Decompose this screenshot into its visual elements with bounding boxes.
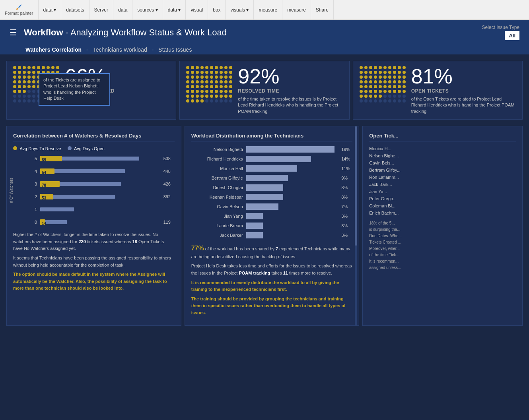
dot-cell <box>56 66 59 69</box>
dot-cell <box>200 99 204 103</box>
dot-cell <box>13 80 16 83</box>
dot-cell <box>224 80 228 83</box>
watchers-bar-value-right: 119 <box>163 220 175 225</box>
format-painter-label: Format painter <box>5 11 33 15</box>
dot-cell <box>32 85 35 88</box>
box-btn[interactable]: box <box>208 0 226 19</box>
dot-cell <box>220 90 223 93</box>
dot-cell <box>23 95 26 98</box>
dot-cell <box>403 66 406 69</box>
measure-label: measure <box>259 7 277 13</box>
dot-cell <box>196 95 199 98</box>
dot-cell <box>360 80 363 83</box>
dot-cell <box>191 66 194 69</box>
open-tickets-name-item: Bertram Gilfoy... <box>369 168 516 172</box>
measure2-btn[interactable]: measure <box>282 0 311 19</box>
open-tickets-name-item: Jian Ya... <box>369 189 516 194</box>
dot-cell <box>364 71 368 74</box>
dot-cell <box>205 75 208 79</box>
dot-cell <box>224 95 228 98</box>
dot-cell <box>13 90 16 93</box>
nav-status-issues[interactable]: Status Issues <box>158 46 192 53</box>
box-label: box <box>213 7 220 13</box>
dot-cell <box>186 95 189 98</box>
select-issue-button[interactable]: All <box>505 31 519 40</box>
legend-label-resolve: Avg Days To Resolve <box>19 146 61 151</box>
stat-info-3: 81% Open Tickets of the Open Tickets are… <box>411 66 516 114</box>
data2-btn[interactable]: data <box>113 0 132 19</box>
stat-card-open-tickets: 81% Open Tickets of the Open Tickets are… <box>353 61 523 120</box>
visual-btn[interactable]: visual <box>186 0 208 19</box>
dot-cell <box>379 95 382 98</box>
server-label: Server <box>94 7 108 13</box>
dot-cell <box>220 80 223 83</box>
stat-card-resolved-time: 92% Resolved Time of the time taken to r… <box>179 61 349 120</box>
watchers-bar-value-right: 426 <box>163 182 175 186</box>
stat-pct-2: 92% <box>238 66 342 87</box>
workload-bar-row: Jian Yang3% <box>191 213 353 219</box>
sources-btn[interactable]: sources ▾ <box>132 0 163 19</box>
dot-cell <box>215 95 218 98</box>
dot-cell <box>388 85 391 88</box>
measure-btn[interactable]: measure <box>254 0 282 19</box>
format-painter-btn[interactable]: 🖌️ Format painter <box>0 0 39 19</box>
dot-cell <box>403 90 406 93</box>
hamburger-icon[interactable]: ☰ <box>10 28 17 37</box>
stat-desc-3: of the Open Tickets are related to Proje… <box>411 96 516 114</box>
queries-btn[interactable]: data ▾ <box>163 0 186 19</box>
workload-bar-track <box>246 165 339 172</box>
data2-label: data <box>118 7 127 13</box>
workload-chart-title: Workload Distribution among the Technici… <box>191 133 353 141</box>
dot-cell <box>18 71 21 74</box>
dot-cell <box>191 80 194 83</box>
data-dropdown-btn[interactable]: data ▾ <box>39 0 62 19</box>
dot-cell <box>224 99 228 103</box>
share-btn[interactable]: Share <box>311 0 334 19</box>
dot-cell <box>403 80 406 83</box>
nav-technicians-workload[interactable]: Technicians Workload <box>93 46 147 53</box>
dot-cell <box>403 71 406 74</box>
dot-cell <box>398 80 401 83</box>
dot-cell <box>360 85 363 88</box>
dot-cell <box>388 66 391 69</box>
dot-cell <box>210 95 213 98</box>
dot-cell <box>393 75 396 79</box>
dot-cell <box>379 66 382 69</box>
visuals-btn[interactable]: visuals ▾ <box>226 0 254 19</box>
dot-cell <box>229 95 232 98</box>
y-axis-label: # Of Watchers <box>9 178 14 203</box>
dot-cell <box>18 75 21 79</box>
watchers-bar-label: 1 <box>29 207 37 212</box>
workload-scrollbar[interactable] <box>355 126 357 325</box>
dot-cell <box>27 80 31 83</box>
workload-bar-pct: 3% <box>341 223 352 228</box>
dot-cell <box>374 66 377 69</box>
dot-cell <box>360 95 363 98</box>
dot-cell <box>393 95 396 98</box>
datasets-btn[interactable]: datasets <box>61 0 89 19</box>
dot-cell <box>383 66 387 69</box>
dot-cell <box>374 90 377 93</box>
dot-cell <box>369 90 372 93</box>
dot-cell <box>13 66 16 69</box>
watchers-bar-track: 78 <box>40 180 161 188</box>
open-tickets-name-item: Jack Bark... <box>369 182 516 187</box>
dot-cell <box>205 66 208 69</box>
dot-cell <box>224 66 228 69</box>
dot-cell <box>200 90 204 93</box>
workload-bar-track <box>246 156 339 162</box>
dot-cell <box>205 85 208 88</box>
header-nav: Watchers Correlation - Technicians Workl… <box>10 43 519 54</box>
dot-cell <box>224 75 228 79</box>
server-btn[interactable]: Server <box>89 0 113 19</box>
dot-cell <box>369 95 372 98</box>
nav-watchers-correlation[interactable]: Watchers Correlation <box>25 46 82 53</box>
workload-bar-name: Keenan Feldspar <box>191 195 243 199</box>
dot-cell <box>379 75 382 79</box>
watchers-bar-fg-value: 54 <box>42 170 46 176</box>
watchers-bar-chart: 5895384544483784262533921014119 <box>29 154 175 226</box>
workload-bar-fill <box>246 194 283 200</box>
watchers-bar-label: 4 <box>29 169 37 174</box>
watchers-legend: Avg Days To Resolve Avg Days Open <box>13 146 175 151</box>
dot-cell <box>200 75 204 79</box>
